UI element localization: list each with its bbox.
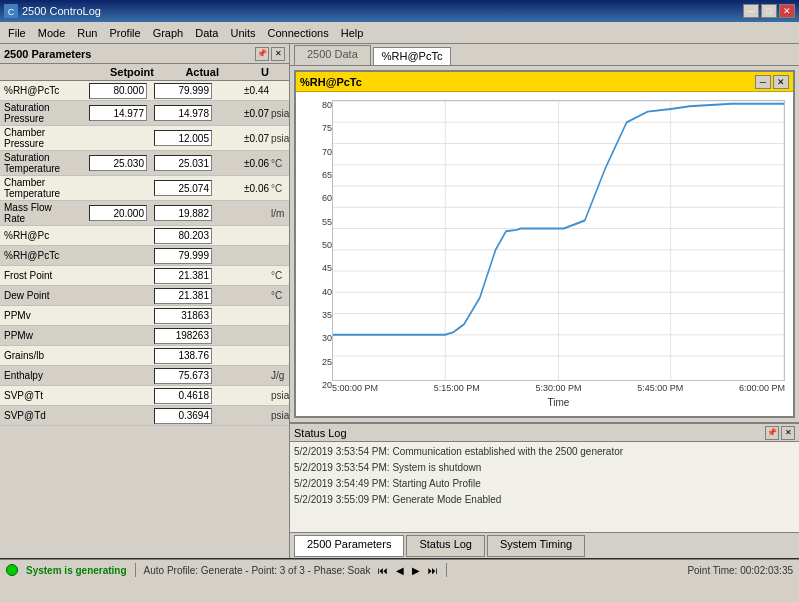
menu-run[interactable]: Run [71,25,103,41]
y-label: 40 [304,287,332,297]
setpoint-input[interactable] [89,83,147,99]
status-profile-info: Auto Profile: Generate - Point: 3 of 3 -… [144,565,371,576]
unit-label: °C [269,183,289,194]
bottom-tab-parameters[interactable]: 2500 Parameters [294,535,404,557]
maximize-button[interactable]: □ [761,4,777,18]
u-value: ±0.06 [219,183,269,194]
title-text: 2500 ControLog [22,5,101,17]
setpoint-input[interactable] [89,205,147,221]
table-row: %RH@PcTc [0,246,289,266]
graph-container: %RH@PcTc ─ ✕ 80 75 70 65 60 55 50 [290,66,799,422]
param-name: Dew Point [4,290,89,301]
param-name: SaturationPressure [4,102,89,124]
status-pin-button[interactable]: 📌 [765,426,779,440]
playback-next-step[interactable]: ▶ [412,565,420,576]
table-row: SaturationTemperature ±0.06 °C [0,151,289,176]
actual-input [154,180,212,196]
left-panel: 2500 Parameters 📌 ✕ Setpoint Actual U %R… [0,44,290,558]
menu-graph[interactable]: Graph [147,25,190,41]
main-container: 2500 Parameters 📌 ✕ Setpoint Actual U %R… [0,44,799,558]
menu-units[interactable]: Units [224,25,261,41]
col-setpoint: Setpoint [89,66,154,78]
menu-help[interactable]: Help [335,25,370,41]
x-label: 5:45:00 PM [637,383,683,393]
unit-label: l/m [269,208,289,219]
u-value: ±0.06 [219,158,269,169]
tab-2500-data[interactable]: 2500 Data [294,45,371,65]
graph-window-title: %RH@PcTc [300,76,362,88]
bottom-tab-system-timing[interactable]: System Timing [487,535,585,557]
unit-label: psia [269,108,289,119]
actual-input [154,248,212,264]
menu-bar: File Mode Run Profile Graph Data Units C… [0,22,799,44]
close-button[interactable]: ✕ [779,4,795,18]
table-row: ChamberPressure ±0.07 psia [0,126,289,151]
tab-rh-pctc[interactable]: %RH@PcTc [373,47,452,65]
x-label: 5:30:00 PM [535,383,581,393]
param-name: PPMw [4,330,89,341]
playback-prev-step[interactable]: ◀ [396,565,404,576]
table-row: SaturationPressure ±0.07 psia [0,101,289,126]
unit-label: °C [269,290,289,301]
param-name: Enthalpy [4,370,89,381]
table-header: Setpoint Actual U [0,64,289,81]
menu-file[interactable]: File [2,25,32,41]
status-log-title: Status Log [294,427,347,439]
unit-label: psia [269,133,289,144]
y-label: 70 [304,147,332,157]
param-name: Frost Point [4,270,89,281]
status-line: 5/2/2019 3:53:54 PM: System is shutdown [294,460,795,476]
status-bar: System is generating Auto Profile: Gener… [0,558,799,580]
x-label: 5:15:00 PM [434,383,480,393]
status-divider2 [446,563,447,577]
unit-label: psia [269,390,289,401]
graph-plot [332,100,785,381]
right-panel: 2500 Data %RH@PcTc %RH@PcTc ─ ✕ 80 75 70 [290,44,799,558]
bottom-tab-status-log[interactable]: Status Log [406,535,485,557]
actual-input [154,368,212,384]
table-row: Mass FlowRate l/m [0,201,289,226]
param-name: Grains/lb [4,350,89,361]
param-name: Mass FlowRate [4,202,89,224]
actual-input [154,408,212,424]
graph-content: 80 75 70 65 60 55 50 45 40 35 30 25 20 [296,92,793,416]
tab-bar: 2500 Data %RH@PcTc [290,44,799,66]
playback-prev[interactable]: ⏮ [378,565,388,576]
status-divider [135,563,136,577]
u-value: ±0.07 [219,133,269,144]
table-row: SVP@Td psia [0,406,289,426]
actual-input [154,268,212,284]
graph-minimize-button[interactable]: ─ [755,75,771,89]
title-controls: ─ □ ✕ [743,4,795,18]
params-scroll[interactable]: %RH@PcTc ±0.44 SaturationPressure ±0.07 … [0,81,289,558]
graph-close-button[interactable]: ✕ [773,75,789,89]
menu-profile[interactable]: Profile [103,25,146,41]
setpoint-input[interactable] [89,105,147,121]
minimize-button[interactable]: ─ [743,4,759,18]
setpoint-input[interactable] [89,155,147,171]
param-name: %RH@PcTc [4,85,89,96]
status-close-button[interactable]: ✕ [781,426,795,440]
panel-pin-button[interactable]: 📌 [255,47,269,61]
actual-input [154,205,212,221]
menu-connections[interactable]: Connections [262,25,335,41]
actual-input [154,388,212,404]
actual-input [154,155,212,171]
table-row: PPMv [0,306,289,326]
y-label: 75 [304,123,332,133]
title-bar: C 2500 ControLog ─ □ ✕ [0,0,799,22]
status-line: 5/2/2019 3:55:09 PM: Generate Mode Enabl… [294,492,795,508]
graph-x-labels: 5:00:00 PM 5:15:00 PM 5:30:00 PM 5:45:00… [332,381,785,395]
param-name: %RH@Pc [4,230,89,241]
status-line: 5/2/2019 3:54:49 PM: Starting Auto Profi… [294,476,795,492]
panel-title: 2500 Parameters [4,48,91,60]
bottom-tabs: 2500 Parameters Status Log System Timing [290,532,799,558]
param-name: PPMv [4,310,89,321]
col-actual: Actual [154,66,219,78]
actual-input [154,228,212,244]
menu-data[interactable]: Data [189,25,224,41]
panel-close-button[interactable]: ✕ [271,47,285,61]
playback-next[interactable]: ⏭ [428,565,438,576]
menu-mode[interactable]: Mode [32,25,72,41]
panel-controls: 📌 ✕ [255,47,285,61]
